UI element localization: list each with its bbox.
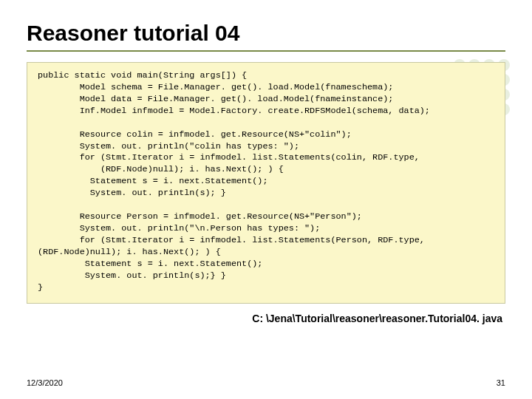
code-line: }: [38, 282, 43, 293]
code-line: Model schema = File.Manager. get(). load…: [38, 82, 393, 92]
code-line: Resource colin = infmodel. get.Resource(…: [38, 129, 352, 140]
code-line: System. out. println("\n.Person has type…: [38, 223, 320, 233]
code-line: Statement s = i. next.Statement();: [38, 259, 262, 269]
code-line: Statement s = i. next.Statement();: [38, 176, 268, 186]
slide-content: Reasoner tutorial 04 public static void …: [0, 0, 532, 324]
code-line: Resource Person = infmodel. get.Resource…: [38, 211, 362, 222]
footer-page: 31: [497, 378, 505, 387]
code-block: public static void main(String args[]) {…: [27, 62, 505, 304]
code-line: Inf.Model infmodel = Model.Factory. crea…: [38, 106, 430, 116]
code-line: System. out. println(s);} }: [38, 270, 226, 281]
file-path-caption: C: \Jena\Tutorial\reasoner\reasoner.Tuto…: [27, 313, 505, 324]
code-line: for (Stmt.Iterator i = infmodel. list.St…: [38, 235, 425, 245]
code-line: (RDF.Node)null); i. has.Next(); ) {: [38, 247, 221, 257]
code-line: (RDF.Node)null); i. has.Next(); ) {: [38, 164, 284, 174]
code-line: System. out. println(s); }: [38, 188, 226, 198]
code-line: System. out. println("colin has types: "…: [38, 141, 299, 151]
code-line: public static void main(String args[]) {: [38, 70, 247, 81]
footer-date: 12/3/2020: [27, 378, 63, 387]
code-line: for (Stmt.Iterator i = infmodel. list.St…: [38, 152, 420, 163]
slide-footer: 12/3/2020 31: [27, 378, 505, 387]
title-rule: [27, 50, 505, 52]
slide-title: Reasoner tutorial 04: [27, 21, 505, 46]
code-line: Model data = File.Manager. get(). load.M…: [38, 94, 393, 104]
